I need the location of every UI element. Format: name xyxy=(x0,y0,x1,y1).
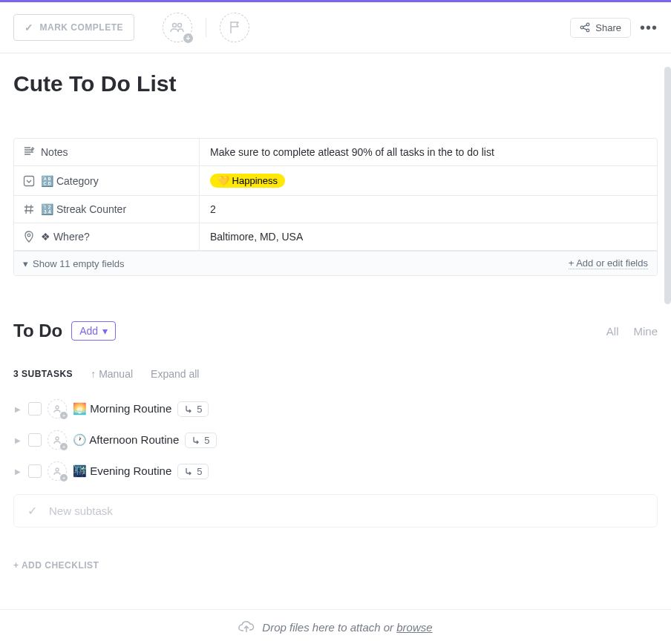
check-icon: ✓ xyxy=(24,22,34,33)
attachment-drop-bar[interactable]: Drop files here to attach or browse xyxy=(0,609,671,644)
svg-point-9 xyxy=(56,468,59,471)
scrollbar[interactable] xyxy=(664,67,671,304)
page-title[interactable]: Cute To Do List xyxy=(13,71,658,96)
subtask-icon xyxy=(184,467,193,476)
subtask-list: ▶ + 🌅 Morning Routine 5 ▶ + 🕐 Afternoo xyxy=(13,393,658,487)
mark-complete-button[interactable]: ✓ MARK COMPLETE xyxy=(13,14,134,41)
svg-point-4 xyxy=(586,29,589,32)
svg-point-0 xyxy=(173,24,177,27)
subtask-row[interactable]: ▶ + 🌅 Morning Routine 5 xyxy=(13,393,658,424)
properties-table: Notes Make sure to complete atleast 90% … xyxy=(13,138,658,276)
toolbar-icons: + xyxy=(163,13,570,42)
subtask-name[interactable]: 🕐 Afternoon Routine xyxy=(73,433,179,447)
property-row-streak: 🔢 Streak Counter 2 xyxy=(14,196,657,223)
subtask-count-pill[interactable]: 5 xyxy=(185,433,216,448)
svg-point-3 xyxy=(586,23,589,26)
property-label-text: ❖ Where? xyxy=(41,231,90,243)
content: Cute To Do List Notes Make sure to compl… xyxy=(0,53,671,571)
more-menu-button[interactable]: ••• xyxy=(640,19,658,36)
cloud-upload-icon xyxy=(238,620,255,634)
flag-icon xyxy=(229,21,240,34)
add-label: Add xyxy=(79,325,98,337)
filter-mine[interactable]: Mine xyxy=(633,325,658,338)
property-label[interactable]: 🔢 Streak Counter xyxy=(14,196,200,223)
sort-label: Manual xyxy=(99,368,133,380)
expand-caret-icon[interactable]: ▶ xyxy=(15,405,22,413)
property-label-text: 🔠 Category xyxy=(41,175,99,187)
person-icon xyxy=(53,404,62,413)
chevron-down-icon: ▾ xyxy=(102,325,108,337)
notes-icon xyxy=(23,146,35,158)
person-icon xyxy=(53,436,62,444)
sort-arrow-icon: ↑ xyxy=(91,368,96,380)
subtask-checkbox[interactable] xyxy=(28,464,42,478)
property-row-notes: Notes Make sure to complete atleast 90% … xyxy=(14,139,657,166)
new-subtask-row[interactable]: ✓ xyxy=(13,494,658,528)
property-value[interactable]: Make sure to complete atleast 90% of all… xyxy=(200,139,657,165)
property-row-where: ❖ Where? Baltimore, MD, USA xyxy=(14,223,657,251)
svg-point-8 xyxy=(56,437,59,440)
sort-button[interactable]: ↑ Manual xyxy=(91,368,133,380)
share-button[interactable]: Share xyxy=(570,18,631,38)
add-checklist-button[interactable]: + ADD CHECKLIST xyxy=(13,560,658,571)
location-icon xyxy=(23,231,35,243)
subtask-count-pill[interactable]: 5 xyxy=(177,401,209,417)
assignee-button[interactable]: + xyxy=(48,461,67,481)
svg-point-7 xyxy=(56,406,59,409)
assignee-button[interactable]: + xyxy=(48,430,67,450)
property-label-text: Notes xyxy=(41,146,68,158)
show-empty-fields-button[interactable]: ▾ Show 11 empty fields xyxy=(23,258,125,269)
property-label[interactable]: ❖ Where? xyxy=(14,223,200,250)
plus-badge: + xyxy=(60,474,68,482)
expand-caret-icon[interactable]: ▶ xyxy=(15,436,22,444)
drop-text: Drop files here to attach or browse xyxy=(262,621,432,634)
new-subtask-input[interactable] xyxy=(49,505,644,517)
subtask-meta: 3 SUBTASKS ↑ Manual Expand all xyxy=(13,368,658,380)
property-label-text: 🔢 Streak Counter xyxy=(41,203,126,215)
toolbar-right: Share ••• xyxy=(570,18,658,38)
toolbar: ✓ MARK COMPLETE + S xyxy=(0,2,671,53)
check-icon: ✓ xyxy=(27,504,37,518)
plus-badge: + xyxy=(60,412,68,419)
expand-caret-icon[interactable]: ▶ xyxy=(15,467,22,476)
filter-tabs: All Mine xyxy=(606,325,658,338)
category-tag[interactable]: 💛 Happiness xyxy=(210,174,285,188)
svg-point-6 xyxy=(27,234,30,237)
priority-flag-button[interactable] xyxy=(220,13,249,42)
plus-badge: + xyxy=(60,443,68,450)
property-value[interactable]: Baltimore, MD, USA xyxy=(200,223,657,250)
assignee-button[interactable]: + xyxy=(48,399,67,418)
subtask-count: 3 SUBTASKS xyxy=(13,369,73,379)
subtask-icon xyxy=(192,436,200,444)
people-icon xyxy=(170,22,185,33)
subtask-checkbox[interactable] xyxy=(28,433,42,447)
subtask-checkbox[interactable] xyxy=(28,402,42,415)
section-title: To Do xyxy=(13,321,62,341)
subtask-count-pill[interactable]: 5 xyxy=(177,464,209,479)
subtask-row[interactable]: ▶ + 🕐 Afternoon Routine 5 xyxy=(13,424,658,456)
plus-badge: + xyxy=(183,33,193,43)
person-icon xyxy=(53,467,62,476)
select-icon xyxy=(23,175,35,187)
svg-point-1 xyxy=(178,24,182,27)
show-empty-label: Show 11 empty fields xyxy=(33,258,125,269)
property-row-category: 🔠 Category 💛 Happiness xyxy=(14,166,657,196)
subtask-name[interactable]: 🌃 Evening Routine xyxy=(73,464,171,478)
subtask-icon xyxy=(184,404,193,413)
filter-all[interactable]: All xyxy=(606,325,619,338)
hash-icon xyxy=(23,203,35,215)
property-label[interactable]: 🔠 Category xyxy=(14,166,200,195)
add-edit-fields-button[interactable]: + Add or edit fields xyxy=(569,257,648,269)
chevron-down-icon: ▾ xyxy=(23,258,28,269)
property-label[interactable]: Notes xyxy=(14,139,200,165)
browse-link[interactable]: browse xyxy=(396,621,432,634)
subtask-row[interactable]: ▶ + 🌃 Evening Routine 5 xyxy=(13,456,658,487)
expand-all-button[interactable]: Expand all xyxy=(151,368,199,380)
assignees-button[interactable]: + xyxy=(163,13,192,42)
property-value[interactable]: 2 xyxy=(200,196,657,223)
share-icon xyxy=(580,22,590,33)
add-subtask-button[interactable]: Add ▾ xyxy=(71,321,116,341)
property-value[interactable]: 💛 Happiness xyxy=(200,166,657,195)
section-header: To Do Add ▾ All Mine xyxy=(13,321,658,341)
subtask-name[interactable]: 🌅 Morning Routine xyxy=(73,402,171,415)
